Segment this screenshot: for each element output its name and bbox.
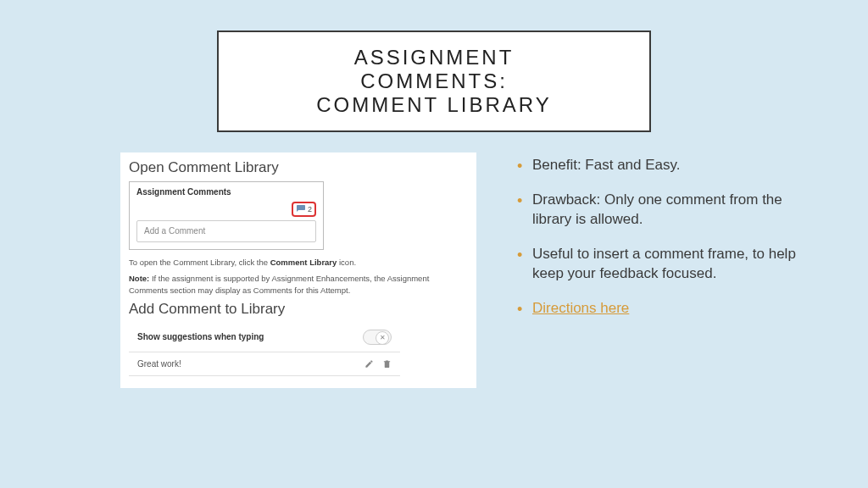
bullet-item-link: Directions here	[517, 299, 805, 319]
suggestions-label: Show suggestions when typing	[137, 332, 264, 341]
suggestions-row: Show suggestions when typing	[129, 323, 400, 352]
assignment-comments-box: Assignment Comments 2 Add a Comment	[129, 181, 324, 250]
edit-icon[interactable]	[364, 359, 374, 369]
title-line-2: COMMENT LIBRARY	[287, 93, 581, 117]
title-line-1: ASSIGNMENT COMMENTS:	[287, 46, 581, 93]
library-entry-row: Great work!	[129, 352, 400, 376]
add-to-library-heading: Add Comment to Library	[129, 301, 468, 318]
assignment-comments-label: Assignment Comments	[136, 187, 316, 197]
open-library-heading: Open Comment Library	[129, 159, 468, 176]
bullet-item: Benefit: Fast and Easy.	[517, 156, 805, 175]
slide-title-box: ASSIGNMENT COMMENTS: COMMENT LIBRARY	[217, 30, 651, 132]
icon-row: 2	[136, 202, 316, 217]
delete-icon[interactable]	[382, 359, 392, 369]
comment-count: 2	[308, 205, 312, 214]
screenshot-panel: Open Comment Library Assignment Comments…	[120, 152, 476, 388]
open-instruction: To open the Comment Library, click the C…	[129, 257, 468, 268]
comment-library-button[interactable]: 2	[292, 202, 316, 217]
note-text: Note: If the assignment is supported by …	[129, 273, 468, 296]
library-entry-text: Great work!	[137, 359, 181, 369]
directions-link[interactable]: Directions here	[532, 300, 629, 316]
comment-library-icon	[296, 204, 306, 214]
add-comment-input[interactable]: Add a Comment	[136, 220, 316, 242]
suggestions-toggle[interactable]	[363, 330, 392, 345]
bullet-item: Drawback: Only one comment from the libr…	[517, 191, 805, 230]
bullet-item: Useful to insert a comment frame, to hel…	[517, 245, 805, 284]
entry-actions	[364, 359, 392, 369]
bullet-list: Benefit: Fast and Easy. Drawback: Only o…	[517, 156, 805, 334]
